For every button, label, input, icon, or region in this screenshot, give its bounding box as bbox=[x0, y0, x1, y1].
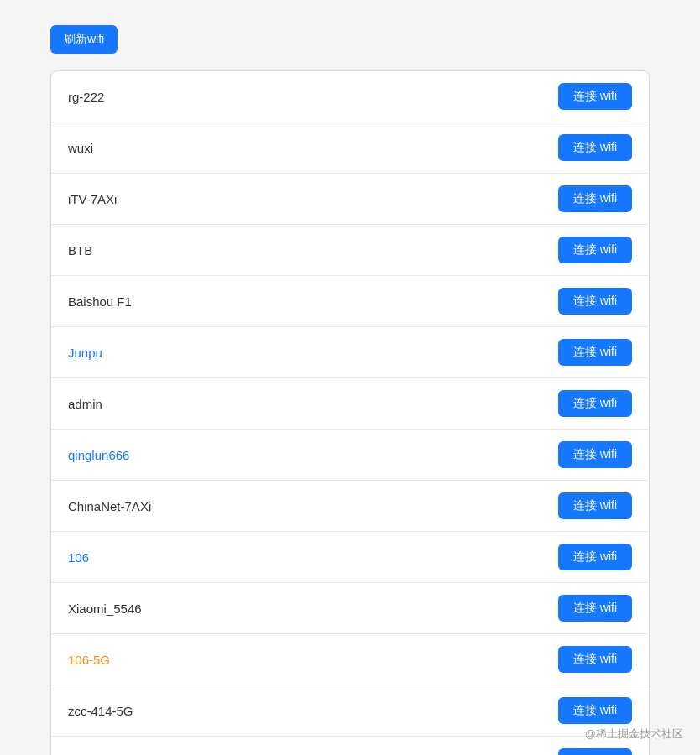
wifi-item: BTB连接 wifi bbox=[51, 225, 649, 276]
refresh-button[interactable]: 刷新wifi bbox=[50, 25, 118, 54]
wifi-name: ChinaNet-7AXi bbox=[68, 499, 151, 513]
wifi-item: wuxi连接 wifi bbox=[51, 122, 649, 174]
wifi-name: Xiaomi_5546 bbox=[68, 601, 142, 616]
connect-wifi-button[interactable]: 连接 wifi bbox=[558, 339, 632, 366]
connect-wifi-button[interactable]: 连接 wifi bbox=[558, 748, 632, 755]
wifi-name: Junpu bbox=[68, 346, 102, 360]
connect-wifi-button[interactable]: 连接 wifi bbox=[558, 697, 632, 724]
wifi-item: zcc-414-5G连接 wifi bbox=[51, 685, 649, 737]
connect-wifi-button[interactable]: 连接 wifi bbox=[558, 83, 632, 110]
wifi-item: Xiaomi_5546连接 wifi bbox=[51, 583, 649, 634]
page-container: 刷新wifi rg-222连接 wifiwuxi连接 wifiiTV-7AXi连… bbox=[0, 0, 700, 755]
footer-text: @稀土掘金技术社区 bbox=[585, 726, 683, 742]
wifi-name: wuxi bbox=[68, 141, 93, 155]
wifi-name: iTV-7AXi bbox=[68, 192, 117, 206]
wifi-item: Junpu连接 wifi bbox=[51, 327, 649, 378]
wifi-name: BTB bbox=[68, 243, 92, 258]
wifi-name: Baishou F1 bbox=[68, 294, 132, 309]
connect-wifi-button[interactable]: 连接 wifi bbox=[558, 492, 632, 519]
wifi-name: qinglun666 bbox=[68, 448, 129, 462]
connect-wifi-button[interactable]: 连接 wifi bbox=[558, 134, 632, 161]
wifi-item: admin连接 wifi bbox=[51, 378, 649, 430]
wifi-list: rg-222连接 wifiwuxi连接 wifiiTV-7AXi连接 wifiB… bbox=[50, 70, 650, 755]
connect-wifi-button[interactable]: 连接 wifi bbox=[558, 288, 632, 315]
connect-wifi-button[interactable]: 连接 wifi bbox=[558, 185, 632, 212]
wifi-item: qinglun666连接 wifi bbox=[51, 430, 649, 481]
wifi-item: 106-5G连接 wifi bbox=[51, 634, 649, 685]
connect-wifi-button[interactable]: 连接 wifi bbox=[558, 646, 632, 673]
wifi-item: ChinaNet-7AXi_5G连接 wifi bbox=[51, 737, 649, 755]
connect-wifi-button[interactable]: 连接 wifi bbox=[558, 390, 632, 417]
wifi-item: ChinaNet-7AXi连接 wifi bbox=[51, 481, 649, 532]
wifi-item: Baishou F1连接 wifi bbox=[51, 276, 649, 327]
wifi-name: rg-222 bbox=[68, 90, 104, 104]
connect-wifi-button[interactable]: 连接 wifi bbox=[558, 595, 632, 622]
wifi-name: 106 bbox=[68, 550, 89, 565]
connect-wifi-button[interactable]: 连接 wifi bbox=[558, 237, 632, 263]
wifi-name: zcc-414-5G bbox=[68, 704, 133, 718]
wifi-item: 106连接 wifi bbox=[51, 532, 649, 583]
connect-wifi-button[interactable]: 连接 wifi bbox=[558, 544, 632, 570]
wifi-name: 106-5G bbox=[68, 653, 110, 667]
wifi-item: rg-222连接 wifi bbox=[51, 71, 649, 122]
connect-wifi-button[interactable]: 连接 wifi bbox=[558, 441, 632, 468]
wifi-item: iTV-7AXi连接 wifi bbox=[51, 174, 649, 225]
wifi-name: admin bbox=[68, 397, 102, 411]
